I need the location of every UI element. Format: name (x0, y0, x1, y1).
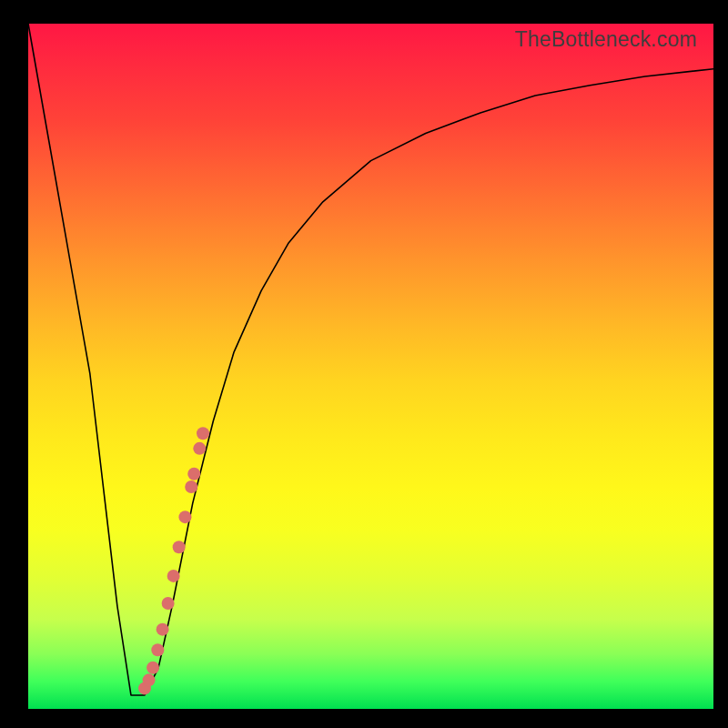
chart-frame: TheBottleneck.com (0, 0, 728, 728)
marker-dot (151, 643, 164, 656)
plot-area: TheBottleneck.com (28, 24, 713, 709)
marker-dot (178, 511, 191, 523)
marker-dot (173, 541, 186, 553)
marker-dot (185, 480, 197, 493)
bottleneck-curve (28, 24, 713, 695)
marker-dot (147, 662, 159, 674)
marker-dot (143, 673, 156, 686)
marker-dot (162, 597, 175, 610)
chart-overlay (28, 24, 713, 709)
marker-dot (167, 570, 180, 582)
marker-group (138, 427, 209, 694)
marker-dot (193, 442, 206, 455)
marker-dot (197, 427, 209, 440)
marker-dot (187, 468, 200, 480)
marker-dot (157, 623, 169, 636)
